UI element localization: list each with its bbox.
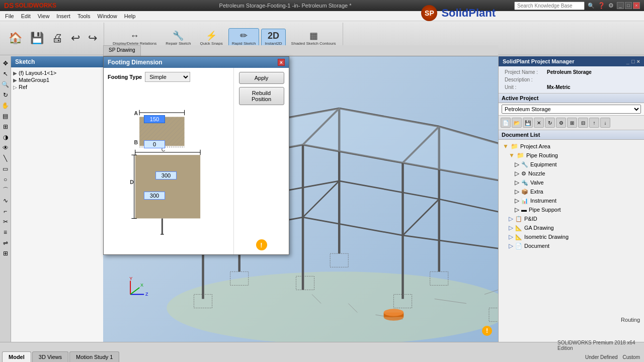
- rt-expand-button[interactable]: ⊞: [567, 118, 577, 128]
- dim-a-input[interactable]: [144, 115, 165, 123]
- home-button[interactable]: 🏠: [5, 30, 26, 47]
- pt-extra[interactable]: ▷ 📦 Extra: [501, 187, 642, 196]
- menu-bar: File Edit View Insert Tools Window Help: [0, 11, 644, 21]
- pt-nozzle-label: Nozzle: [528, 170, 545, 176]
- rt-refresh-button[interactable]: ↻: [545, 118, 555, 128]
- search-icon[interactable]: 🔍: [588, 3, 595, 9]
- pt-valve[interactable]: ▷ 🔩 Valve: [501, 178, 642, 187]
- pt-iso-expand: ▷: [509, 233, 513, 240]
- dim-d-input[interactable]: [144, 192, 165, 200]
- circle-icon[interactable]: ○: [1, 174, 11, 185]
- tree-item-layout[interactable]: ▶ (f) Layout-1<1>: [13, 69, 112, 76]
- footing-left-panel: Footing Type Simple Complex A: [104, 68, 233, 254]
- close-button[interactable]: ×: [633, 2, 640, 9]
- svg-line-20: [439, 199, 498, 213]
- pt-instrument[interactable]: ▷ 📊 Instrument: [501, 196, 642, 205]
- pt-nozzle[interactable]: ▷ ⚙ Nozzle: [501, 169, 642, 178]
- rebuild-position-button[interactable]: Rebuild Position: [239, 87, 284, 105]
- menu-edit[interactable]: Edit: [18, 12, 34, 20]
- arc-icon[interactable]: ⌒: [1, 185, 11, 195]
- menu-view[interactable]: View: [35, 12, 53, 20]
- menu-window[interactable]: Window: [95, 12, 120, 20]
- pt-document[interactable]: ▷ 📄 Document: [501, 241, 642, 250]
- pt-pid[interactable]: ▷ 📋 P&ID: [501, 214, 642, 223]
- rect-icon[interactable]: ▭: [1, 164, 11, 174]
- pt-pipe-support[interactable]: ▷ ▬ Pipe Support: [501, 205, 642, 214]
- footing-close-button[interactable]: ×: [278, 59, 285, 66]
- spline-icon[interactable]: ∿: [1, 196, 11, 206]
- rotate-icon[interactable]: ↻: [1, 90, 11, 100]
- dim-c-input[interactable]: [155, 171, 177, 179]
- rt-collapse-button[interactable]: ⊟: [578, 118, 588, 128]
- panel-close-button[interactable]: ×: [637, 58, 640, 64]
- pt-ga-expand: ▷: [509, 224, 513, 231]
- line-icon[interactable]: ╲: [1, 153, 11, 163]
- dim-d-container: [144, 192, 165, 200]
- pan-icon[interactable]: ✋: [1, 101, 11, 111]
- save-button[interactable]: 💾: [27, 30, 47, 47]
- rt-delete-button[interactable]: ✕: [534, 118, 544, 128]
- section-icon[interactable]: ▤: [1, 111, 11, 121]
- redo-button[interactable]: ↪: [85, 30, 101, 47]
- sp-drawing-tab[interactable]: SP Drawing: [103, 45, 141, 56]
- settings-icon[interactable]: ⚙: [608, 2, 614, 9]
- pattern-icon[interactable]: ⊞: [1, 248, 11, 258]
- minimize-button[interactable]: _: [617, 2, 624, 9]
- zoom-icon[interactable]: 🔍: [1, 79, 11, 89]
- panel-restore-button[interactable]: □: [631, 58, 635, 64]
- rt-open-button[interactable]: 📂: [512, 118, 522, 128]
- tree-item-mategroup[interactable]: ▶ MateGroup1: [13, 76, 112, 83]
- tree-expand-icon: ▶: [13, 70, 17, 76]
- rt-save-button[interactable]: 💾: [523, 118, 533, 128]
- pt-doc-expand: ▷: [509, 242, 513, 249]
- dialog-warning-icon: !: [256, 239, 267, 250]
- tree-item-ref[interactable]: ▷ Ref: [13, 83, 112, 90]
- mirror-icon[interactable]: ⇌: [1, 238, 11, 248]
- active-project-select[interactable]: Petroleum Storage: [502, 105, 641, 114]
- solidworks-logo: DS SOLIDWORKS: [4, 2, 56, 10]
- undo-button[interactable]: ↩: [67, 30, 84, 47]
- pt-isometric-drawing[interactable]: ▷ 📐 Isometric Drawing: [501, 232, 642, 241]
- panel-minimize-button[interactable]: _: [626, 58, 629, 64]
- footing-type-select[interactable]: Simple Complex: [145, 72, 190, 82]
- panel-control-buttons: _ □ ×: [626, 58, 640, 64]
- help-icon[interactable]: ❓: [598, 2, 605, 9]
- rt-up-button[interactable]: ↑: [589, 118, 599, 128]
- fillet-icon[interactable]: ⌐: [1, 206, 11, 216]
- dim-b-input[interactable]: [144, 140, 165, 148]
- pt-pipe-support-expand: ▷: [515, 206, 519, 213]
- svg-point-51: [384, 309, 404, 316]
- rt-down-button[interactable]: ↓: [600, 118, 610, 128]
- search-input[interactable]: [514, 2, 585, 10]
- rt-new-button[interactable]: 📄: [501, 118, 511, 128]
- tab-3d-views[interactable]: 3D Views: [32, 351, 68, 362]
- apply-button[interactable]: Apply: [239, 72, 284, 84]
- tab-motion-study[interactable]: Motion Study 1: [69, 351, 119, 362]
- menu-file[interactable]: File: [2, 12, 17, 20]
- offset-icon[interactable]: ≡: [1, 227, 11, 237]
- print-button[interactable]: 🖨: [48, 30, 66, 47]
- display-delete-relations-button[interactable]: ↔ Display/Delete Relations: [109, 29, 160, 48]
- menu-help[interactable]: Help: [121, 12, 139, 20]
- move-icon[interactable]: ✥: [1, 58, 11, 68]
- tab-model[interactable]: Model: [2, 351, 31, 362]
- tree-item-mategroup-label: MateGroup1: [19, 77, 49, 83]
- pt-pipe-routing[interactable]: ▼ 📁 Pipe Routing: [501, 151, 642, 160]
- display-icon[interactable]: ◑: [1, 132, 11, 142]
- hide-icon[interactable]: 👁: [1, 143, 11, 153]
- pt-ga-drawing[interactable]: ▷ 📐 GA Drawing: [501, 223, 642, 232]
- view-orient-icon[interactable]: ⊞: [1, 122, 11, 132]
- rt-settings-button[interactable]: ⚙: [556, 118, 566, 128]
- select-icon[interactable]: ↖: [1, 69, 11, 79]
- sw-logo-text: SOLIDWORKS: [15, 2, 56, 9]
- instant2d-button[interactable]: 2D Instant2D: [261, 29, 285, 48]
- pt-project-area[interactable]: ▼ 📁 Project Area: [501, 142, 642, 151]
- footing-dialog-body: Footing Type Simple Complex A: [104, 68, 289, 254]
- maximize-button[interactable]: □: [625, 2, 632, 9]
- pt-equipment[interactable]: ▷ 🔧 Equipment: [501, 160, 642, 169]
- pt-expand-icon: ▼: [503, 143, 509, 150]
- dim-c-container: [155, 171, 177, 179]
- trim-icon[interactable]: ✂: [1, 217, 11, 227]
- menu-insert[interactable]: Insert: [53, 12, 73, 20]
- menu-tools[interactable]: Tools: [74, 12, 94, 20]
